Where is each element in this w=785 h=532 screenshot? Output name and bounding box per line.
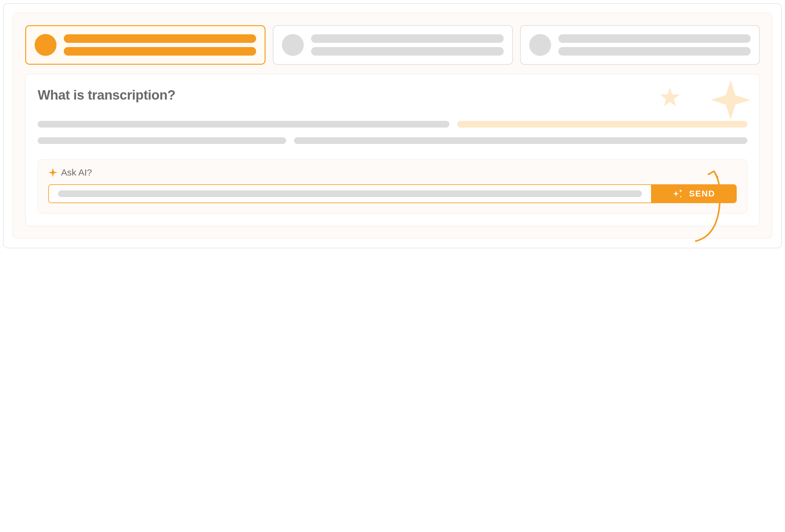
highlighted-line <box>457 121 747 128</box>
placeholder-line <box>64 34 256 43</box>
body-text-placeholder <box>38 121 747 144</box>
placeholder-line <box>38 137 286 144</box>
placeholder-line <box>311 34 503 43</box>
tab-avatar <box>529 34 551 56</box>
ask-input[interactable] <box>49 185 651 203</box>
placeholder-line <box>64 47 256 56</box>
tab-text-placeholder <box>558 34 751 56</box>
placeholder-line <box>558 34 751 43</box>
tab-text-placeholder <box>64 34 256 56</box>
tab-card-3[interactable] <box>520 25 760 65</box>
send-button-label: SEND <box>689 189 715 198</box>
app-frame: What is transcription? <box>3 3 782 248</box>
placeholder-line <box>38 121 449 128</box>
ask-input-row: SEND <box>48 184 737 203</box>
tab-card-1[interactable] <box>25 25 265 65</box>
send-button[interactable]: SEND <box>651 185 736 203</box>
sparkle-cluster-icon <box>672 188 684 200</box>
ask-ai-panel: Ask AI? SEND <box>38 159 747 214</box>
star-icon <box>711 80 750 119</box>
body-row <box>38 121 747 128</box>
star-icon <box>659 86 681 107</box>
sparkle-icon <box>48 168 57 177</box>
main-panel: What is transcription? <box>13 13 772 239</box>
body-row <box>38 137 747 144</box>
content-title: What is transcription? <box>38 87 747 103</box>
ask-label: Ask AI? <box>61 167 92 178</box>
placeholder-line <box>558 47 751 56</box>
tabs-row <box>25 25 760 65</box>
content-card: What is transcription? <box>25 74 760 226</box>
input-placeholder-line <box>58 190 642 197</box>
tab-card-2[interactable] <box>273 25 512 65</box>
tab-text-placeholder <box>311 34 503 56</box>
svg-marker-0 <box>660 87 680 107</box>
tab-avatar <box>282 34 304 56</box>
ask-header: Ask AI? <box>48 167 737 178</box>
placeholder-line <box>311 47 503 56</box>
placeholder-line <box>294 137 747 144</box>
tab-avatar <box>35 34 56 56</box>
